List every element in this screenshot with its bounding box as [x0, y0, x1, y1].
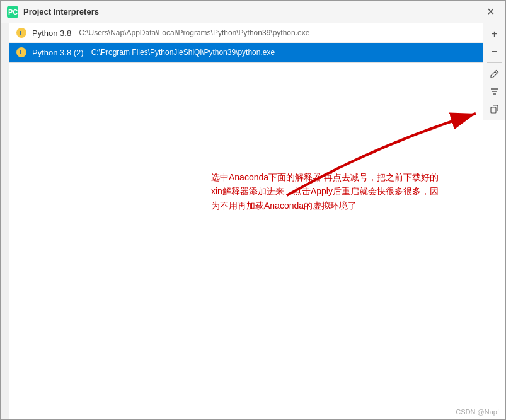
copy-icon	[490, 105, 499, 114]
window-title: Project Interpreters	[23, 7, 99, 16]
svg-rect-9	[491, 107, 496, 113]
edit-interpreter-button[interactable]	[486, 66, 503, 82]
python-icon-1	[16, 27, 27, 38]
interpreter-item-1[interactable]: Python 3.8 C:\Users\Nap\AppData\Local\Pr…	[9, 23, 505, 43]
remove-interpreter-button[interactable]: −	[486, 44, 503, 60]
python-icon-2	[16, 47, 27, 58]
close-button[interactable]: ✕	[481, 4, 499, 20]
filter-button[interactable]	[486, 83, 503, 100]
toolbar: + −	[483, 23, 505, 120]
title-bar-left: PC Project Interpreters	[7, 6, 99, 18]
svg-text:PC: PC	[8, 8, 18, 16]
pycharm-icon: PC	[7, 6, 18, 18]
svg-line-5	[495, 72, 497, 74]
content-area: Python 3.8 C:\Users\Nap\AppData\Local\Pr…	[1, 23, 505, 419]
edit-icon	[490, 69, 499, 78]
interpreter-item-2[interactable]: Python 3.8 (2) C:\Program Files\PythonJi…	[9, 43, 505, 62]
interpreter-path-1: C:\Users\Nap\AppData\Local\Programs\Pyth…	[79, 28, 309, 37]
toolbar-divider	[487, 62, 502, 63]
interpreter-label-1: Python 3.8	[32, 28, 71, 38]
interpreter-label-2: Python 3.8 (2)	[32, 48, 84, 57]
annotation-area: 选中Anaconda下面的解释器 再点去减号，把之前下载好的xin解释器添加进来…	[9, 63, 505, 419]
add-interpreter-button[interactable]: +	[486, 26, 503, 42]
main-panel: Python 3.8 C:\Users\Nap\AppData\Local\Pr…	[9, 23, 505, 419]
project-interpreters-window: PC Project Interpreters ✕ Python 3.8 C:\…	[0, 0, 506, 420]
copy-button[interactable]	[486, 101, 503, 117]
title-bar: PC Project Interpreters ✕	[1, 1, 505, 23]
interpreter-list: Python 3.8 C:\Users\Nap\AppData\Local\Pr…	[9, 23, 505, 63]
left-sidebar	[1, 23, 9, 419]
filter-icon	[490, 87, 499, 96]
watermark: CSDN @Nap!	[456, 408, 499, 416]
interpreter-path-2: C:\Program Files\PythonJieShiQi\Python39…	[91, 48, 275, 57]
annotation-text: 选中Anaconda下面的解释器 再点去减号，把之前下载好的xin解释器添加进来…	[211, 170, 444, 213]
